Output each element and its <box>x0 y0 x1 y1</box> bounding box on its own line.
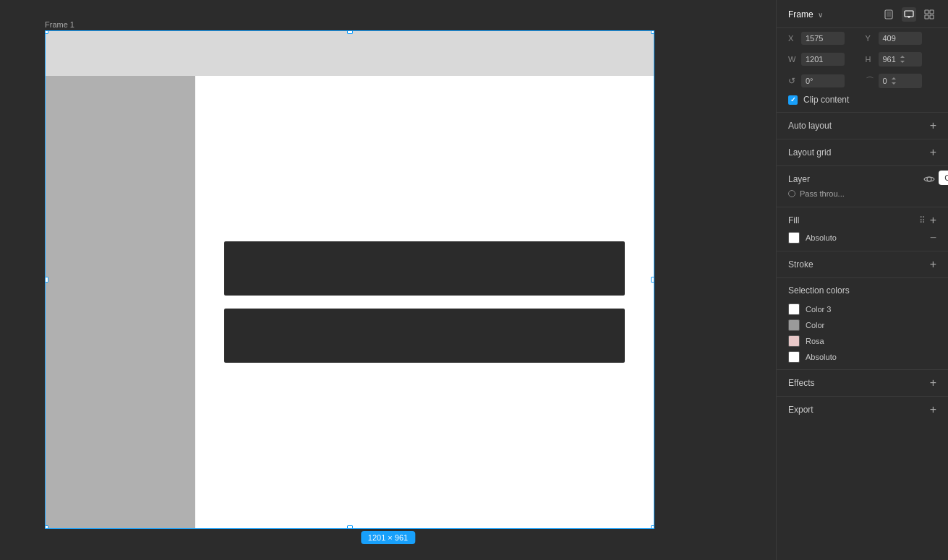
corner-pair: ⌒ 0 <box>866 74 937 88</box>
sc-label-absoluto: Absoluto <box>806 353 936 361</box>
sc-swatch-absoluto[interactable] <box>788 351 800 363</box>
export-add-btn[interactable]: + <box>930 404 936 415</box>
w-label: W <box>788 55 797 64</box>
y-label: Y <box>866 34 874 43</box>
handle-mid-right[interactable] <box>651 277 654 283</box>
sc-item-color: Color <box>777 317 948 333</box>
fill-section-header: Fill ⠿ + <box>777 209 948 229</box>
fill-label: Fill <box>788 215 799 225</box>
sc-label-color: Color <box>806 321 936 329</box>
tooltip: Change variable mode <box>939 171 948 185</box>
w-pair: W 1201 <box>788 53 860 66</box>
selection-colors-label: Selection colors <box>788 285 850 296</box>
stroke-label: Stroke <box>788 259 814 270</box>
rotation-corner-row: ↺ 0° ⌒ 0 <box>777 70 948 92</box>
frame-sidebar <box>46 76 195 528</box>
h-label: H <box>866 55 874 64</box>
fill-color-name: Absoluto <box>806 233 924 242</box>
fill-item-row: Absoluto − <box>777 229 948 246</box>
svg-rect-1 <box>887 12 891 17</box>
panel-header-icons <box>881 7 936 22</box>
sc-swatch-color3[interactable] <box>788 303 800 315</box>
svg-rect-2 <box>905 11 913 17</box>
svg-rect-6 <box>930 10 934 14</box>
clip-content-row: Clip content <box>777 92 948 111</box>
layout-grid-add-btn[interactable]: + <box>930 147 936 158</box>
y-pair: Y 409 <box>866 32 937 45</box>
sc-swatch-rosa[interactable] <box>788 335 800 347</box>
stroke-add-btn[interactable]: + <box>930 259 936 270</box>
grid-icon[interactable] <box>922 7 936 22</box>
dark-bar-2 <box>224 309 625 363</box>
rotation-icon: ↺ <box>788 76 797 86</box>
auto-layout-add-btn[interactable]: + <box>930 120 936 132</box>
fill-remove-btn[interactable]: − <box>930 232 936 244</box>
dark-bar-1 <box>224 241 625 296</box>
sc-swatch-color[interactable] <box>788 319 800 331</box>
y-value[interactable]: 409 <box>879 32 922 45</box>
panel-title: Frame <box>788 9 814 20</box>
h-value[interactable]: 961 <box>879 52 922 66</box>
frame-header-bar <box>46 31 654 76</box>
sc-label-color3: Color 3 <box>806 305 936 314</box>
wh-row: W 1201 H 961 <box>777 48 948 70</box>
x-pair: X 1575 <box>788 32 860 45</box>
auto-layout-row: Auto layout + <box>777 114 948 137</box>
fill-add-btn[interactable]: + <box>930 215 936 226</box>
svg-rect-8 <box>930 15 934 19</box>
selection-colors-header: Selection colors <box>777 280 948 301</box>
svg-point-9 <box>927 177 931 181</box>
variable-mode-btn[interactable]: Change variable mode <box>922 172 936 186</box>
layout-grid-row: Layout grid + <box>777 141 948 164</box>
fill-color-swatch[interactable] <box>788 232 800 244</box>
clip-content-checkbox[interactable] <box>788 95 798 105</box>
handle-top-left[interactable] <box>45 30 48 34</box>
frame-container[interactable] <box>45 30 654 529</box>
frame-content <box>195 76 654 528</box>
blend-mode-value[interactable]: Pass throu... <box>800 189 845 198</box>
phone-icon[interactable] <box>881 7 896 22</box>
frame-label: Frame 1 <box>45 20 74 29</box>
sc-label-rosa: Rosa <box>806 337 936 345</box>
handle-mid-left[interactable] <box>45 277 48 283</box>
rotation-value[interactable]: 0° <box>801 74 845 87</box>
selection-colors-section: Selection colors Color 3 Color Rosa Abso… <box>777 280 948 368</box>
corner-value[interactable]: 0 <box>879 74 922 88</box>
fill-dots-icon[interactable]: ⠿ <box>919 215 926 225</box>
pass-through-row: Pass throu... <box>788 189 936 198</box>
clip-content-label: Clip content <box>803 95 849 105</box>
panel-header: Frame ∨ <box>777 0 948 28</box>
sc-item-color3: Color 3 <box>777 301 948 317</box>
h-pair: H 961 <box>866 52 937 66</box>
stroke-section-header: Stroke + <box>777 253 948 276</box>
layout-grid-label: Layout grid <box>788 147 831 158</box>
handle-bottom-left[interactable] <box>45 525 48 529</box>
frame-body <box>46 76 654 528</box>
frame-dropdown-chevron[interactable]: ∨ <box>818 11 823 19</box>
sc-item-rosa: Rosa <box>777 333 948 349</box>
desktop-icon[interactable] <box>902 7 916 22</box>
sc-item-absoluto: Absoluto <box>777 349 948 365</box>
layer-header: Layer Change variable mode <box>788 172 936 186</box>
effects-section-header: Effects + <box>777 371 948 395</box>
blend-mode-icon <box>788 190 795 197</box>
x-value[interactable]: 1575 <box>801 32 845 45</box>
canvas-area: Frame 1 1201 × 961 <box>0 0 776 560</box>
x-label: X <box>788 34 797 43</box>
w-value[interactable]: 1201 <box>801 53 845 66</box>
frame-size-label: 1201 × 961 <box>361 531 415 544</box>
effects-label: Effects <box>788 378 814 388</box>
export-label: Export <box>788 405 814 415</box>
handle-bottom-right[interactable] <box>651 525 654 529</box>
auto-layout-label: Auto layout <box>788 121 832 131</box>
handle-bottom-mid[interactable] <box>347 525 353 529</box>
layer-icons: Change variable mode <box>922 172 936 186</box>
right-panel: Frame ∨ <box>776 0 948 560</box>
svg-rect-5 <box>925 10 928 14</box>
corner-icon: ⌒ <box>866 75 874 87</box>
panel-header-left: Frame ∨ <box>788 9 823 20</box>
layer-section: Layer Change variable mode Pass throu... <box>777 168 948 202</box>
handle-top-mid[interactable] <box>347 30 353 34</box>
effects-add-btn[interactable]: + <box>930 377 936 389</box>
handle-top-right[interactable] <box>651 30 654 34</box>
